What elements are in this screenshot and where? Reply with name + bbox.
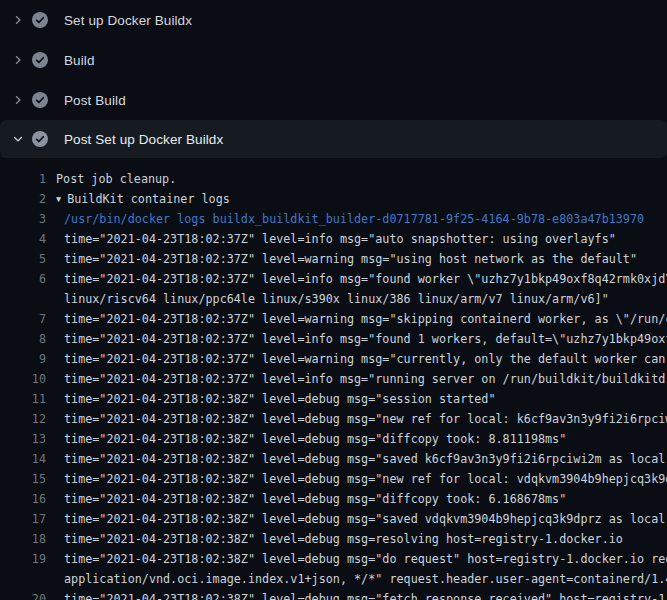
log-line: 13time="2021-04-23T18:02:38Z" level=debu… <box>0 429 667 449</box>
log-text: time="2021-04-23T18:02:38Z" level=debug … <box>46 392 667 406</box>
log-line: 12time="2021-04-23T18:02:38Z" level=debu… <box>0 409 667 429</box>
line-number[interactable]: 3 <box>0 212 46 226</box>
line-number[interactable]: 8 <box>0 332 46 346</box>
log-text: time="2021-04-23T18:02:37Z" level=info m… <box>46 232 667 246</box>
collapse-triangle-icon: ▼ <box>56 194 61 204</box>
line-number[interactable]: 7 <box>0 312 46 326</box>
log-text: time="2021-04-23T18:02:38Z" level=debug … <box>46 412 667 426</box>
log-line: application/vnd.oci.image.index.v1+json,… <box>0 569 667 589</box>
line-number[interactable]: 4 <box>0 232 46 246</box>
check-circle-icon <box>32 12 48 28</box>
check-circle-icon <box>32 52 48 68</box>
log-line: 11time="2021-04-23T18:02:38Z" level=debu… <box>0 389 667 409</box>
line-number[interactable]: 13 <box>0 432 46 446</box>
line-number[interactable]: 10 <box>0 372 46 386</box>
line-number[interactable]: 20 <box>0 592 46 600</box>
line-number[interactable]: 16 <box>0 492 46 506</box>
step-row-setup-docker-buildx[interactable]: Set up Docker Buildx <box>0 0 667 40</box>
line-number[interactable]: 6 <box>0 272 46 286</box>
log-line: 15time="2021-04-23T18:02:38Z" level=debu… <box>0 469 667 489</box>
step-row-post-setup-docker-buildx[interactable]: Post Set up Docker Buildx <box>0 120 667 158</box>
log-text: time="2021-04-23T18:02:37Z" level=info m… <box>46 332 667 346</box>
chevron-right-icon <box>10 92 26 108</box>
log-line: 20time="2021-04-23T18:02:38Z" level=debu… <box>0 589 667 600</box>
log-text: time="2021-04-23T18:02:38Z" level=debug … <box>46 492 667 506</box>
step-label: Post Set up Docker Buildx <box>64 132 223 147</box>
log-line: 19time="2021-04-23T18:02:38Z" level=debu… <box>0 549 667 569</box>
line-number[interactable]: 17 <box>0 512 46 526</box>
log-line: 8time="2021-04-23T18:02:37Z" level=info … <box>0 329 667 349</box>
line-number[interactable]: 19 <box>0 552 46 566</box>
log-text: Post job cleanup. <box>46 172 667 186</box>
log-text: time="2021-04-23T18:02:38Z" level=debug … <box>46 472 667 486</box>
log-line: 18time="2021-04-23T18:02:38Z" level=debu… <box>0 529 667 549</box>
line-number[interactable]: 2 <box>0 192 46 206</box>
log-line: 17time="2021-04-23T18:02:38Z" level=debu… <box>0 509 667 529</box>
log-container: 1Post job cleanup.2▼BuildKit container l… <box>0 158 667 600</box>
log-text: linux/riscv64 linux/ppc64le linux/s390x … <box>46 292 667 306</box>
log-line: 6time="2021-04-23T18:02:37Z" level=info … <box>0 269 667 289</box>
log-text: time="2021-04-23T18:02:38Z" level=debug … <box>46 432 667 446</box>
step-label: Post Build <box>64 93 126 108</box>
log-text: time="2021-04-23T18:02:37Z" level=warnin… <box>46 352 667 366</box>
line-number[interactable]: 12 <box>0 412 46 426</box>
step-row-post-build[interactable]: Post Build <box>0 80 667 120</box>
log-line: 1Post job cleanup. <box>0 169 667 189</box>
line-number[interactable]: 1 <box>0 172 46 186</box>
log-line: 2▼BuildKit container logs <box>0 189 667 209</box>
log-text: time="2021-04-23T18:02:38Z" level=debug … <box>46 592 667 600</box>
check-circle-icon <box>32 131 48 147</box>
log-text: application/vnd.oci.image.index.v1+json,… <box>46 572 667 586</box>
log-line: linux/riscv64 linux/ppc64le linux/s390x … <box>0 289 667 309</box>
chevron-down-icon <box>10 131 26 147</box>
log-group-toggle[interactable]: ▼BuildKit container logs <box>46 192 667 206</box>
line-number[interactable]: 15 <box>0 472 46 486</box>
step-label: Build <box>64 53 95 68</box>
check-circle-icon <box>32 92 48 108</box>
actions-log-viewer: Set up Docker Buildx Build Post Build <box>0 0 667 600</box>
chevron-right-icon <box>10 52 26 68</box>
steps-list: Set up Docker Buildx Build Post Build <box>0 0 667 158</box>
log-text: time="2021-04-23T18:02:38Z" level=debug … <box>46 552 667 566</box>
log-line: 16time="2021-04-23T18:02:38Z" level=debu… <box>0 489 667 509</box>
log-text: time="2021-04-23T18:02:37Z" level=info m… <box>46 372 667 386</box>
log-line: 10time="2021-04-23T18:02:37Z" level=info… <box>0 369 667 389</box>
log-text: time="2021-04-23T18:02:37Z" level=warnin… <box>46 252 667 266</box>
log-line: 7time="2021-04-23T18:02:37Z" level=warni… <box>0 309 667 329</box>
line-number[interactable]: 18 <box>0 532 46 546</box>
log-text: time="2021-04-23T18:02:38Z" level=debug … <box>46 532 667 546</box>
log-line: 14time="2021-04-23T18:02:38Z" level=debu… <box>0 449 667 469</box>
line-number[interactable]: 5 <box>0 252 46 266</box>
log-line: 5time="2021-04-23T18:02:37Z" level=warni… <box>0 249 667 269</box>
log-group-label: BuildKit container logs <box>67 192 230 206</box>
log-text: time="2021-04-23T18:02:37Z" level=info m… <box>46 272 667 286</box>
log-text: time="2021-04-23T18:02:38Z" level=debug … <box>46 512 667 526</box>
line-number[interactable]: 11 <box>0 392 46 406</box>
log-command-text: /usr/bin/docker logs buildx_buildkit_bui… <box>46 212 667 226</box>
log-text: time="2021-04-23T18:02:37Z" level=warnin… <box>46 312 667 326</box>
line-number[interactable]: 14 <box>0 452 46 466</box>
step-row-build[interactable]: Build <box>0 40 667 80</box>
log-line: 3/usr/bin/docker logs buildx_buildkit_bu… <box>0 209 667 229</box>
step-label: Set up Docker Buildx <box>64 13 192 28</box>
chevron-right-icon <box>10 12 26 28</box>
line-number[interactable]: 9 <box>0 352 46 366</box>
log-line: 9time="2021-04-23T18:02:37Z" level=warni… <box>0 349 667 369</box>
log-line: 4time="2021-04-23T18:02:37Z" level=info … <box>0 229 667 249</box>
log-text: time="2021-04-23T18:02:38Z" level=debug … <box>46 452 667 466</box>
